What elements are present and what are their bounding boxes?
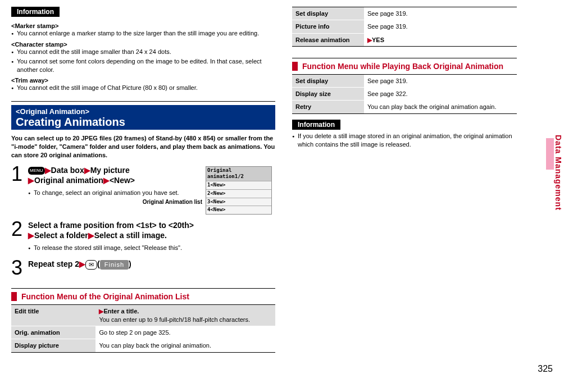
table-label: Display picture <box>11 339 95 352</box>
character-stamp-head: <Character stamp> <box>11 41 275 48</box>
step-number-3: 3 <box>11 259 25 277</box>
character-item: You cannot edit the still image smaller … <box>11 48 275 56</box>
step1-mypicture: My picture <box>90 166 130 175</box>
step2-folder: Select a folder <box>34 231 88 240</box>
red-marker-icon <box>11 292 17 301</box>
finish-button-label: Finish <box>100 260 129 269</box>
table-label: Set display <box>292 7 364 20</box>
information-label-2: Information <box>292 120 340 130</box>
function-menu-title-2: Function Menu while Playing Back Origina… <box>302 62 503 71</box>
menu-icon: MENU <box>28 167 45 175</box>
thumb-row: 3<New> <box>206 198 271 206</box>
function-menu-title: Function Menu of the Original Animation … <box>21 292 189 301</box>
table-val: Enter a title. <box>103 308 139 314</box>
step2-image: Select a still image. <box>94 231 167 240</box>
page-number: 325 <box>11 364 553 374</box>
marker-stamp-head: <Marker stamp> <box>11 22 275 29</box>
table-val: See page 319. <box>364 74 517 87</box>
table-val: See page 319. <box>364 20 517 33</box>
step1-note: To change, select an original animation … <box>28 189 272 197</box>
step-number-1: 1 <box>11 165 25 183</box>
step1-origanim: Original animation <box>34 176 103 185</box>
table-label: Set display <box>292 74 364 87</box>
arrow-icon: ▶ <box>88 231 94 240</box>
trim-item: You cannot edit the still image of Chat … <box>11 84 275 92</box>
arrow-icon: ▶ <box>28 176 34 185</box>
main-heading: <Original Animation> Creating Animations <box>11 105 275 130</box>
marker-item: You cannot enlarge a marker stamp to the… <box>11 29 275 38</box>
arrow-icon: ▶ <box>79 259 85 268</box>
table-label: Picture info <box>292 20 364 33</box>
heading-title: Creating Animations <box>16 116 125 128</box>
information-label: Information <box>11 7 60 17</box>
arrow-icon: ▶ <box>103 176 110 185</box>
info-item: If you delete a still image stored in an… <box>292 132 517 149</box>
mail-icon: ✉ <box>85 260 97 269</box>
step2-line1: Select a frame position from <1st> to <2… <box>28 221 194 230</box>
step-number-2: 2 <box>11 220 25 238</box>
table-val: YES <box>372 37 384 43</box>
thumb-head: Original animation1/2 <box>206 167 271 181</box>
arrow-icon: ▶ <box>84 166 90 175</box>
playback-table: Set display See page 319. Display size S… <box>292 74 517 114</box>
red-marker-icon <box>292 62 298 71</box>
side-tab-color-block <box>546 138 554 170</box>
table-val: You can play back the original animation… <box>95 339 275 352</box>
table-val: Go to step 2 on page 325. <box>95 326 275 339</box>
top-right-table: Set display See page 319. Picture info S… <box>292 7 517 47</box>
intro-paragraph: You can select up to 20 JPEG files (20 f… <box>11 134 275 159</box>
step3-text: Repeat step 2 <box>28 259 79 268</box>
trim-away-head: <Trim away> <box>11 77 275 84</box>
table-label: Release animation <box>292 33 364 46</box>
table-sub: You can enter up to 9 full-pitch/18 half… <box>99 316 250 323</box>
arrow-icon: ▶ <box>28 231 34 240</box>
thumb-row: 1<New> <box>206 181 271 189</box>
table-label: Display size <box>292 88 364 101</box>
table-val: You can play back the original animation… <box>364 101 517 113</box>
arrow-icon: ▶ <box>45 166 51 175</box>
table-label: Edit title <box>11 305 95 326</box>
step1-databox: Data box <box>51 166 84 175</box>
character-item: You cannot set some font colors dependin… <box>11 57 275 74</box>
step2-note: To release the stored still image, selec… <box>28 244 275 252</box>
side-tab: Data Management <box>546 135 563 211</box>
table-label: Orig. animation <box>11 326 95 339</box>
thumb-row: 4<New> <box>206 206 271 214</box>
function-menu-table: Edit title ▶Enter a title.You can enter … <box>11 304 275 352</box>
table-val: See page 322. <box>364 88 517 101</box>
table-label: Retry <box>292 101 364 113</box>
step1-new: <New> <box>110 176 135 185</box>
table-val: See page 319. <box>364 7 517 20</box>
arrow-icon: ▶ <box>367 37 372 43</box>
heading-subtitle: <Original Animation> <box>16 107 271 116</box>
